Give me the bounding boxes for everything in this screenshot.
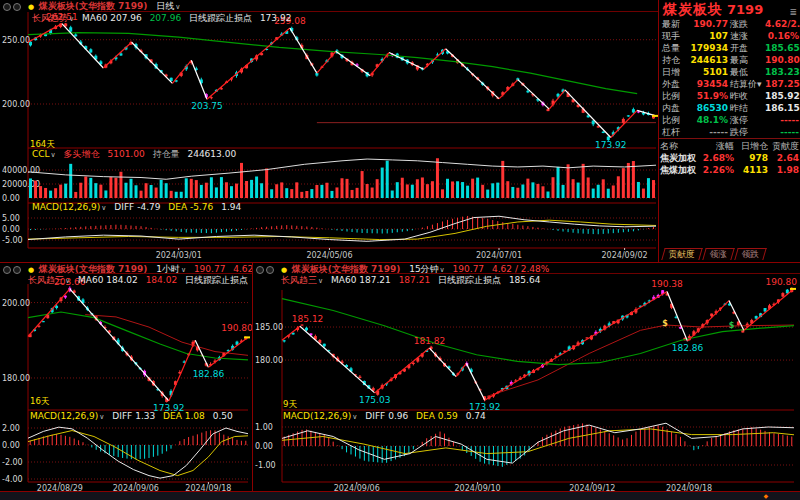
ma-value-2: 184.02 bbox=[146, 275, 178, 285]
svg-text:5.00: 5.00 bbox=[2, 214, 20, 223]
svg-text:-5.00: -5.00 bbox=[2, 236, 23, 245]
contribution-table: 名称涨幅日增仓贡献度焦炭加权2.68%9782.64焦煤加权2.26%41131… bbox=[659, 140, 800, 176]
macd-header-hourly: MACD(12,26,9)∨ DIFF 1.33 DEA 1.08 0.50 bbox=[30, 411, 233, 422]
window-link-icons[interactable] bbox=[3, 1, 23, 11]
svg-text:200.00: 200.00 bbox=[2, 100, 30, 109]
svg-text:200.00: 200.00 bbox=[2, 299, 30, 308]
link-circle-icon bbox=[266, 266, 274, 274]
tab-领涨[interactable]: 领涨 bbox=[702, 248, 734, 260]
quote-row: 比例48.1%涨停----- bbox=[659, 114, 800, 126]
quote-row: 杠杆-----跌停----- bbox=[659, 126, 800, 138]
ccl-header: CCL∨ 多头增仓 5101.00 持仓量 244613.00 bbox=[32, 149, 236, 160]
svg-text:250.00: 250.00 bbox=[2, 36, 30, 45]
tab-领跌[interactable]: 领跌 bbox=[734, 248, 766, 260]
svg-text:0.00: 0.00 bbox=[2, 225, 20, 234]
divider bbox=[658, 0, 659, 262]
svg-text:2024/09/02: 2024/09/02 bbox=[602, 251, 648, 260]
link-circle-icon bbox=[3, 266, 11, 274]
macd-header-main: MACD(12,26,9)∨ DIFF -4.79 DEA -5.76 1.94 bbox=[32, 202, 241, 213]
macd-indicator-selector[interactable]: MACD(12,26,9)∨ bbox=[30, 411, 104, 421]
svg-text:-4.00: -4.00 bbox=[2, 475, 23, 484]
link-circle-icon bbox=[3, 3, 11, 11]
quote-row: 现手107速涨0.16% bbox=[659, 30, 800, 42]
quote-grid: 最新190.77涨跌4.62/2.48%现手107速涨0.16%总量179934… bbox=[659, 18, 800, 138]
status-bar: ◆ bbox=[0, 492, 800, 500]
quote-row: 比例51.9%昨收185.92 bbox=[659, 90, 800, 102]
notification-diamond-icon[interactable]: ◆ bbox=[763, 493, 768, 499]
quote-title-row: 煤炭板块7199 ≣ bbox=[659, 0, 800, 18]
chevron-down-icon: ∨ bbox=[69, 15, 74, 23]
quote-row: 持仓244613最高190.80 bbox=[659, 54, 800, 66]
chevron-down-icon: ∨ bbox=[318, 277, 323, 285]
quote-row: 总量179934开盘185.65 bbox=[659, 42, 800, 54]
hourly-chart-panel: 200.00180.00203.66173.92182.86190.802.00… bbox=[0, 263, 252, 492]
period-selector-daily[interactable]: 日线∨ bbox=[156, 1, 180, 11]
days-count-label: 16天 bbox=[30, 396, 49, 408]
chart-title: 煤炭板块(文华指数 7199) bbox=[39, 1, 147, 11]
link-circle-icon bbox=[13, 3, 21, 11]
svg-text:-2.00: -2.00 bbox=[2, 458, 23, 467]
svg-text:185.12: 185.12 bbox=[292, 314, 324, 324]
indicator-selector[interactable]: 长风趋三∨ bbox=[281, 275, 323, 285]
quote-row: 日增5101最低183.23 bbox=[659, 66, 800, 78]
tab-贡献度[interactable]: 贡献度 bbox=[661, 248, 702, 260]
hourly-indicator-row: 长风趋三∨ MA60 184.02 184.02 日线跟踪止损点 183.62 bbox=[28, 275, 287, 286]
quote-row: 内盘86530昨结186.15 bbox=[659, 102, 800, 114]
macd-indicator-selector[interactable]: MACD(12,26,9)∨ bbox=[32, 202, 106, 212]
m15-chart-panel: 185.00180.00185.12175.03181.82173.92190.… bbox=[253, 263, 800, 492]
svg-text:190.80: 190.80 bbox=[221, 323, 252, 333]
svg-text:-1.00: -1.00 bbox=[255, 461, 276, 470]
divider bbox=[0, 262, 800, 263]
chevron-down-icon: ∨ bbox=[352, 413, 357, 421]
main-chart-header: ● 煤炭板块(文华指数 7199) 日线∨ bbox=[3, 1, 180, 11]
window-link-icons[interactable] bbox=[3, 264, 23, 274]
svg-text:2.00: 2.00 bbox=[2, 424, 20, 433]
svg-text:182.86: 182.86 bbox=[672, 343, 704, 353]
chevron-down-icon: ∨ bbox=[101, 204, 106, 212]
svg-text:173.92: 173.92 bbox=[595, 140, 627, 150]
instrument-code: 7199 bbox=[727, 2, 763, 17]
macd-header-m15: MACD(12,26,9)∨ DIFF 0.96 DEA 0.59 0.74 bbox=[283, 411, 486, 422]
quote-row: 外盘93454结算价▾187.25 bbox=[659, 78, 800, 90]
svg-text:1.00: 1.00 bbox=[255, 423, 273, 432]
link-circle-icon bbox=[256, 266, 264, 274]
ccl-indicator-selector[interactable]: CCL∨ bbox=[32, 149, 56, 159]
main-indicator-row: 长风趋势∨ MA60 207.96 207.96 日线跟踪止损点 173.92 bbox=[32, 13, 291, 24]
svg-text:182.86: 182.86 bbox=[193, 369, 225, 379]
svg-text:175.03: 175.03 bbox=[359, 395, 391, 405]
macd-indicator-selector[interactable]: MACD(12,26,9)∨ bbox=[283, 411, 357, 421]
svg-text:$: $ bbox=[662, 319, 668, 328]
main-daily-chart-panel: 250.00200.00262.51203.75259.08173.924000… bbox=[0, 0, 658, 262]
window-link-icons[interactable] bbox=[256, 264, 276, 274]
indicator-selector[interactable]: 长风趋三∨ bbox=[28, 275, 70, 285]
days-count-label: 9天 bbox=[283, 399, 297, 411]
ma-value-2: 207.96 bbox=[150, 13, 182, 23]
divider bbox=[659, 138, 800, 139]
svg-text:40000.00: 40000.00 bbox=[2, 166, 40, 175]
ma-value-2: 187.21 bbox=[399, 275, 431, 285]
quote-panel: 煤炭板块7199 ≣ 最新190.77涨跌4.62/2.48%现手107速涨0.… bbox=[659, 0, 800, 262]
svg-text:2024/07/01: 2024/07/01 bbox=[476, 251, 522, 260]
instrument-dot-icon: ● bbox=[28, 3, 34, 11]
hourly-chart-canvas[interactable]: 200.00180.00203.66173.92182.86190.802.00… bbox=[0, 263, 252, 492]
m15-chart-canvas[interactable]: 185.00180.00185.12175.03181.82173.92190.… bbox=[253, 263, 800, 492]
indicator-selector[interactable]: 长风趋势∨ bbox=[32, 13, 74, 23]
table-row[interactable]: 焦煤加权2.26%41131.98 bbox=[659, 164, 800, 176]
svg-text:0.00: 0.00 bbox=[255, 442, 273, 451]
table-header: 名称涨幅日增仓贡献度 bbox=[659, 140, 800, 152]
svg-text:185.00: 185.00 bbox=[255, 323, 283, 332]
svg-text:180.00: 180.00 bbox=[255, 356, 283, 365]
svg-text:203.75: 203.75 bbox=[191, 101, 223, 111]
main-chart-canvas[interactable]: 250.00200.00262.51203.75259.08173.924000… bbox=[0, 0, 658, 262]
table-row[interactable]: 焦炭加权2.68%9782.64 bbox=[659, 152, 800, 164]
instrument-name: 煤炭板块 bbox=[663, 1, 723, 17]
svg-text:2024/03/01: 2024/03/01 bbox=[156, 251, 202, 260]
m15-indicator-row: 长风趋三∨ MA60 187.21 187.21 日线跟踪止损点 185.64 bbox=[281, 275, 540, 286]
chevron-down-icon: ∨ bbox=[99, 413, 104, 421]
chevron-down-icon: ∨ bbox=[65, 277, 70, 285]
chevron-down-icon: ∨ bbox=[175, 3, 180, 11]
svg-text:190.38: 190.38 bbox=[651, 279, 683, 289]
svg-text:0.00: 0.00 bbox=[2, 194, 20, 203]
svg-text:180.00: 180.00 bbox=[2, 374, 30, 383]
quote-row: 最新190.77涨跌4.62/2.48% bbox=[659, 18, 800, 30]
